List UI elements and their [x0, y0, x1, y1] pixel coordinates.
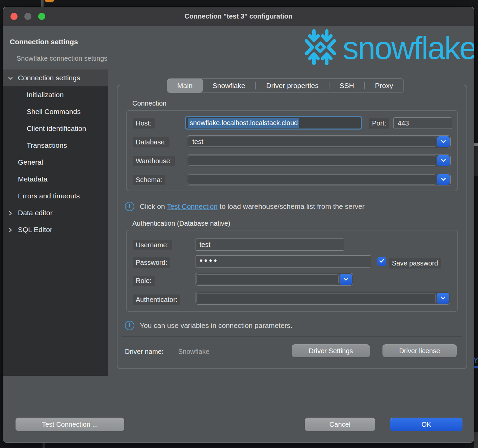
- check-icon: [379, 258, 384, 264]
- authenticator-label: Authenticator:: [133, 295, 180, 305]
- warehouse-select[interactable]: [187, 154, 451, 167]
- sidebar-item-label: Initialization: [27, 91, 64, 99]
- chevron-right-icon[interactable]: [7, 227, 14, 233]
- password-label: Password:: [133, 257, 170, 268]
- dialog-header: Connection settings Snowflake connection…: [3, 26, 474, 69]
- variables-hint: i You can use variables in connection pa…: [125, 321, 292, 330]
- sidebar-item-label: Data editor: [18, 209, 53, 217]
- sidebar-item-label: Errors and timeouts: [18, 192, 80, 200]
- password-value: ••••: [200, 256, 218, 265]
- authenticator-dropdown-button[interactable]: [437, 293, 449, 304]
- sidebar-item-shell-commands[interactable]: Shell Commands: [3, 103, 108, 120]
- role-value: [196, 274, 339, 284]
- snowflake-logo: snowflake: [301, 28, 474, 67]
- test-connection-button[interactable]: Test Connection ...: [16, 418, 124, 431]
- settings-content: Connection Host: snowflake.localhost.loc…: [108, 69, 474, 376]
- background-artifact: [474, 143, 478, 146]
- sidebar-item-metadata[interactable]: Metadata: [3, 171, 108, 188]
- dialog-body: Connection settings Initialization Shell…: [3, 69, 474, 376]
- tab-proxy[interactable]: Proxy: [365, 79, 403, 92]
- sidebar-item-data-editor[interactable]: Data editor: [3, 204, 108, 221]
- sidebar-item-label: Client identification: [27, 124, 86, 133]
- page-subtitle: Snowflake connection settings: [17, 55, 107, 62]
- username-label: Username:: [133, 240, 172, 250]
- connection-section-label: Connection: [132, 100, 166, 107]
- test-connection-link[interactable]: Test Connection: [167, 202, 218, 210]
- snowflake-glyph-icon: [301, 28, 339, 67]
- username-value: test: [200, 241, 210, 249]
- sidebar-item-sql-editor[interactable]: SQL Editor: [3, 221, 108, 238]
- sidebar-item-connection-settings[interactable]: Connection settings: [3, 69, 108, 86]
- chevron-down-icon: [343, 277, 348, 282]
- settings-sidebar: Connection settings Initialization Shell…: [3, 69, 108, 376]
- connection-config-dialog: Connection "test 3" configuration Connec…: [3, 7, 474, 443]
- schema-select[interactable]: [187, 173, 451, 186]
- authentication-section-label: Authentication (Database native): [132, 220, 230, 227]
- port-label: Port:: [369, 118, 389, 129]
- schema-value: [188, 174, 436, 185]
- sidebar-item-errors-and-timeouts[interactable]: Errors and timeouts: [3, 188, 108, 204]
- role-label: Role:: [133, 276, 155, 286]
- tab-ssh[interactable]: SSH: [329, 79, 364, 92]
- background-artifact: [474, 146, 478, 176]
- info-icon: i: [125, 202, 134, 211]
- host-label: Host:: [133, 118, 155, 129]
- driver-settings-button[interactable]: Driver Settings: [292, 344, 370, 357]
- background-divider-line: [41, 0, 44, 7]
- host-value-selected-text: snowflake.localhost.localstack.cloud: [188, 118, 299, 128]
- sidebar-item-label: Transactions: [27, 141, 67, 149]
- driver-name-value: Snowflake: [178, 348, 209, 356]
- warehouse-dropdown-button[interactable]: [437, 155, 450, 166]
- sidebar-item-general[interactable]: General: [3, 154, 108, 171]
- snowflake-wordmark: snowflake: [343, 32, 474, 64]
- role-select[interactable]: [195, 273, 353, 286]
- test-connection-hint: i Click on Test Connection to load wareh…: [125, 202, 365, 211]
- schema-label: Schema:: [133, 175, 165, 185]
- database-dropdown-button[interactable]: [437, 136, 450, 147]
- sidebar-item-label: General: [18, 158, 43, 166]
- warehouse-label: Warehouse:: [133, 156, 175, 166]
- tab-main[interactable]: Main: [167, 79, 203, 93]
- driver-name-label: Driver name:: [125, 348, 163, 356]
- background-app-icon: [45, 0, 54, 2]
- sidebar-item-label: Shell Commands: [27, 108, 81, 116]
- tab-snowflake[interactable]: Snowflake: [203, 79, 256, 92]
- sidebar-item-label: Metadata: [18, 175, 48, 183]
- chevron-down-icon: [441, 139, 446, 144]
- host-input[interactable]: snowflake.localhost.localstack.cloud: [185, 116, 362, 130]
- main-tab-panel: Connection Host: snowflake.localhost.loc…: [117, 85, 467, 369]
- window-title: Connection "test 3" configuration: [3, 7, 474, 26]
- chevron-right-icon[interactable]: [7, 210, 14, 216]
- driver-license-button[interactable]: Driver license: [382, 344, 457, 357]
- sidebar-item-label: Connection settings: [18, 74, 80, 82]
- database-label: Database:: [133, 137, 169, 147]
- variables-hint-text: You can use variables in connection para…: [140, 321, 292, 330]
- sidebar-item-transactions[interactable]: Transactions: [3, 137, 108, 154]
- save-password-label[interactable]: Save password: [389, 258, 441, 269]
- hint-suffix: to load warehouse/schema list from the s…: [218, 202, 365, 210]
- divider: [122, 336, 462, 337]
- config-tabs: Main Snowflake Driver properties SSH Pro…: [167, 78, 404, 93]
- authenticator-select[interactable]: [195, 292, 450, 305]
- chevron-down-icon[interactable]: [7, 75, 14, 81]
- save-password-checkbox[interactable]: [377, 257, 386, 266]
- username-input[interactable]: test: [195, 239, 344, 251]
- sidebar-item-label: SQL Editor: [18, 226, 52, 234]
- port-value: 443: [398, 119, 409, 127]
- cancel-button[interactable]: Cancel: [305, 418, 375, 431]
- authenticator-value: [196, 293, 436, 303]
- chevron-down-icon: [441, 296, 446, 301]
- ok-button[interactable]: OK: [390, 418, 462, 431]
- database-value: test: [188, 137, 436, 147]
- port-input[interactable]: 443: [393, 117, 452, 129]
- sidebar-item-initialization[interactable]: Initialization: [3, 86, 108, 103]
- hint-prefix: Click on: [140, 202, 167, 210]
- database-select[interactable]: test: [187, 135, 451, 148]
- role-dropdown-button[interactable]: [340, 274, 352, 285]
- connection-group: Host: snowflake.localhost.localstack.clo…: [126, 110, 458, 191]
- sidebar-item-client-identification[interactable]: Client identification: [3, 120, 108, 137]
- password-input[interactable]: ••••: [195, 255, 371, 268]
- background-divider-line: [43, 443, 45, 448]
- schema-dropdown-button[interactable]: [437, 174, 450, 185]
- tab-driver-properties[interactable]: Driver properties: [256, 79, 328, 92]
